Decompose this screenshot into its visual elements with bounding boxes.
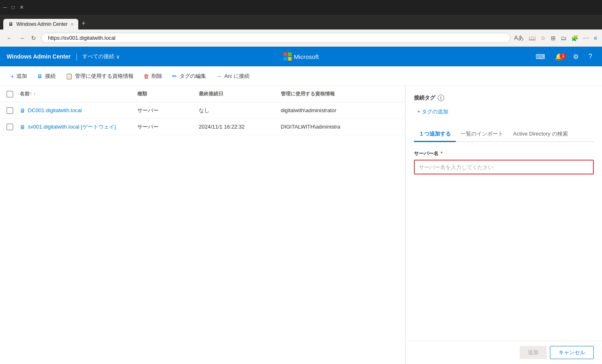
tag-edit-label: タグの編集 xyxy=(179,72,206,80)
window-controls: ─ □ ✕ xyxy=(3,5,24,10)
split-view-icon[interactable]: ⊞ xyxy=(551,35,556,41)
extensions-icon[interactable]: 🧩 xyxy=(571,35,578,41)
delete-label: 削除 xyxy=(152,72,162,80)
tab-add-one-label: １つ追加する xyxy=(419,131,451,137)
table-body: 🖥 DC001.digitalwith.local サーバー なし digita… xyxy=(0,102,405,135)
arc-connect-icon: → xyxy=(216,73,222,79)
tag-edit-button[interactable]: ✏ タグの編集 xyxy=(168,70,210,82)
col-credentials-label: 管理に使用する資格情報 xyxy=(281,90,335,97)
nav-dropdown[interactable]: すべての接続 ∨ xyxy=(82,53,120,60)
connections-panel: 名前↑ ↑ 種類 最終接続日 管理に使用する資格情報 🖥 DC001.digit… xyxy=(0,86,405,364)
table-header: 名前↑ ↑ 種類 最終接続日 管理に使用する資格情報 xyxy=(0,86,405,102)
add-submit-button[interactable]: 追加 xyxy=(520,346,547,359)
row1-name-link[interactable]: DC001.digitalwith.local xyxy=(28,107,82,113)
row2-type-cell: サーバー xyxy=(137,123,199,131)
right-panel-content: 接続タグ i + タグの追加 １つ追加する 一覧のインポート Active Di… xyxy=(406,86,602,341)
right-panel: 接続タグ i + タグの追加 １つ追加する 一覧のインポート Active Di… xyxy=(405,86,602,364)
col-credentials[interactable]: 管理に使用する資格情報 xyxy=(281,90,398,97)
server-name-input[interactable] xyxy=(414,160,594,174)
header-right: ⌨ 🔔 1 ⚙ ? xyxy=(532,51,595,62)
col-type-label: 種類 xyxy=(137,90,147,97)
microsoft-text: Microsoft xyxy=(294,53,319,60)
col-name[interactable]: 名前↑ ↑ xyxy=(20,90,137,97)
row2-checkbox[interactable] xyxy=(7,124,13,130)
tag-edit-icon: ✏ xyxy=(172,73,177,79)
address-field[interactable]: https://sv001.digitalwith.local xyxy=(41,33,511,43)
edge-sidebar-btn[interactable]: ≡ xyxy=(594,35,597,41)
window-maximize-btn[interactable]: □ xyxy=(12,5,15,10)
reader-mode-icon[interactable]: 📖 xyxy=(529,35,536,41)
notification-area[interactable]: 🔔 1 xyxy=(552,53,566,61)
tab-import-list-label: 一覧のインポート xyxy=(461,131,503,137)
window-close-btn[interactable]: ✕ xyxy=(20,5,24,10)
row1-checkbox-cell xyxy=(7,107,20,114)
tab-bar: 🖥 Windows Admin Center × + xyxy=(0,15,602,29)
settings-icon[interactable]: ⚙ xyxy=(570,51,582,62)
row2-name-link[interactable]: sv001.digitalwith.local [ゲートウェイ] xyxy=(28,123,116,131)
table-row[interactable]: 🖥 sv001.digitalwith.local [ゲートウェイ] サーバー … xyxy=(0,119,405,135)
row1-type-cell: サーバー xyxy=(137,107,199,114)
row1-checkbox[interactable] xyxy=(7,107,13,114)
tab-close-btn[interactable]: × xyxy=(71,22,73,27)
forward-btn[interactable]: → xyxy=(17,33,26,43)
favorites-icon[interactable]: ☆ xyxy=(541,35,546,41)
row1-server-icon: 🖥 xyxy=(20,107,25,114)
right-panel-footer: 追加 キャンセル xyxy=(406,341,602,364)
microsoft-logo: Microsoft xyxy=(283,52,319,61)
select-all-checkbox[interactable] xyxy=(7,91,13,97)
new-tab-btn[interactable]: + xyxy=(78,17,89,29)
row2-checkbox-cell xyxy=(7,124,20,130)
arc-connect-button[interactable]: → Arc に接続 xyxy=(212,70,254,82)
ms-squares xyxy=(283,52,291,61)
tab-add-one[interactable]: １つ追加する xyxy=(414,127,456,142)
more-btn[interactable]: ⋯ xyxy=(583,35,589,41)
panel-tab-row: １つ追加する 一覧のインポート Active Directory の検索 xyxy=(414,127,594,142)
toolbar: + 追加 🖥 接続 📋 管理に使用する資格情報 🗑 削除 ✏ タグの編集 → A… xyxy=(0,66,602,86)
back-btn[interactable]: ← xyxy=(5,33,14,43)
add-tag-button[interactable]: + タグの追加 xyxy=(414,106,452,117)
row2-name-cell: 🖥 sv001.digitalwith.local [ゲートウェイ] xyxy=(20,123,137,131)
browser-actions: Aあ 📖 ☆ ⊞ 🗂 🧩 ⋯ ≡ xyxy=(514,34,597,42)
main-layout: 名前↑ ↑ 種類 最終接続日 管理に使用する資格情報 🖥 DC001.digit… xyxy=(0,86,602,364)
server-name-label: サーバー名 * xyxy=(414,150,594,157)
notification-badge: 1 xyxy=(560,53,566,59)
col-name-label: 名前↑ xyxy=(20,90,32,97)
sort-icon: ↑ xyxy=(34,92,36,96)
ms-square-blue xyxy=(283,57,287,61)
add-label: 追加 xyxy=(16,72,27,80)
tab-ad-search-label: Active Directory の検索 xyxy=(513,131,568,137)
connection-tag-info-icon[interactable]: i xyxy=(438,95,444,101)
credentials-button[interactable]: 📋 管理に使用する資格情報 xyxy=(61,70,138,82)
tab-import-list[interactable]: 一覧のインポート xyxy=(456,127,508,142)
browser-chrome: ─ □ ✕ xyxy=(0,0,602,15)
col-checkbox xyxy=(7,91,20,97)
table-row[interactable]: 🖥 DC001.digitalwith.local サーバー なし digita… xyxy=(0,102,405,119)
help-icon[interactable]: ? xyxy=(585,51,595,62)
active-tab[interactable]: 🖥 Windows Admin Center × xyxy=(3,19,78,29)
address-bar: ← → ↻ https://sv001.digitalwith.local Aあ… xyxy=(0,29,602,47)
collections-icon[interactable]: 🗂 xyxy=(561,35,566,41)
delete-button[interactable]: 🗑 削除 xyxy=(139,70,166,82)
arc-connect-label: Arc に接続 xyxy=(224,72,250,80)
cancel-button[interactable]: キャンセル xyxy=(550,346,594,359)
translate-icon[interactable]: Aあ xyxy=(514,34,523,42)
nav-label: すべての接続 xyxy=(82,53,114,60)
app-title-area: Windows Admin Center | すべての接続 ∨ xyxy=(7,52,120,61)
row2-credentials-cell: DIGITALWITH\administra xyxy=(281,124,398,130)
ms-square-green xyxy=(288,52,291,56)
refresh-btn[interactable]: ↻ xyxy=(30,33,38,43)
required-star: * xyxy=(441,151,443,156)
window-minimize-btn[interactable]: ─ xyxy=(3,5,7,10)
col-type[interactable]: 種類 xyxy=(137,90,199,97)
row2-last-connected-cell: 2024/11/1 16:22:32 xyxy=(199,124,281,130)
tab-ad-search[interactable]: Active Directory の検索 xyxy=(508,127,573,142)
col-last-connected[interactable]: 最終接続日 xyxy=(199,90,281,97)
row1-credentials-cell: digitalwith\administrator xyxy=(281,107,398,113)
connection-tag-label: 接続タグ xyxy=(414,94,435,102)
add-button[interactable]: + 追加 xyxy=(7,70,31,82)
add-icon: + xyxy=(11,73,14,79)
ms-square-red xyxy=(283,52,287,56)
terminal-icon[interactable]: ⌨ xyxy=(532,51,548,62)
connect-button[interactable]: 🖥 接続 xyxy=(33,70,60,82)
app-title: Windows Admin Center xyxy=(7,53,70,60)
